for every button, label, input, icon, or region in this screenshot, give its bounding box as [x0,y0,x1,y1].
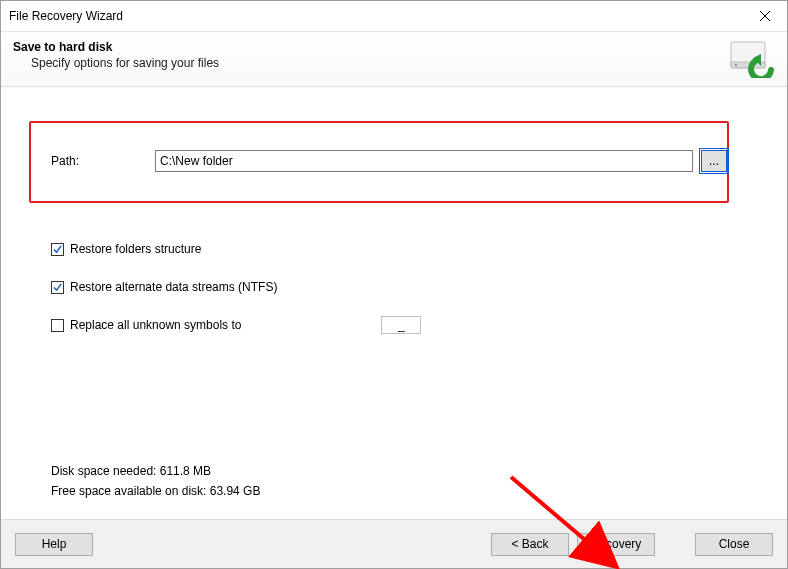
page-subtitle: Specify options for saving your files [13,56,727,72]
checkbox-restore-structure[interactable] [51,243,64,256]
titlebar: File Recovery Wizard [1,1,787,32]
replace-symbol-input[interactable] [381,316,421,334]
checkbox-restore-ads[interactable] [51,281,64,294]
option-restore-structure[interactable]: Restore folders structure [51,239,611,259]
page-title: Save to hard disk [13,38,727,56]
button-bar: Help < Back Recovery Close [1,519,787,568]
label-replace-symbols: Replace all unknown symbols to [70,318,241,332]
hard-disk-icon [727,38,775,78]
disk-stats: Disk space needed: 611.8 MB Free space a… [51,461,260,501]
option-replace-symbols[interactable]: Replace all unknown symbols to [51,315,611,335]
label-restore-structure: Restore folders structure [70,242,201,256]
disk-space-needed: Disk space needed: 611.8 MB [51,461,260,481]
checkbox-replace-symbols[interactable] [51,319,64,332]
recovery-button[interactable]: Recovery [577,533,655,556]
window-close-button[interactable] [742,1,787,31]
close-icon [760,11,770,21]
disk-space-free: Free space available on disk: 63.94 GB [51,481,260,501]
option-restore-ads[interactable]: Restore alternate data streams (NTFS) [51,277,611,297]
path-input[interactable] [155,150,693,172]
browse-button[interactable]: ... [701,150,727,172]
options-group: Restore folders structure Restore altern… [51,239,611,353]
window-title: File Recovery Wizard [9,9,742,23]
wizard-header-text: Save to hard disk Specify options for sa… [13,38,727,72]
wizard-window: File Recovery Wizard Save to hard disk S… [0,0,788,569]
help-button[interactable]: Help [15,533,93,556]
back-button[interactable]: < Back [491,533,569,556]
path-label: Path: [51,154,147,168]
close-button[interactable]: Close [695,533,773,556]
wizard-header: Save to hard disk Specify options for sa… [1,32,787,87]
wizard-body: Path: ... Restore folders structure Rest… [1,87,787,519]
path-row: Path: ... [51,149,727,173]
label-restore-ads: Restore alternate data streams (NTFS) [70,280,277,294]
svg-point-4 [735,64,737,66]
